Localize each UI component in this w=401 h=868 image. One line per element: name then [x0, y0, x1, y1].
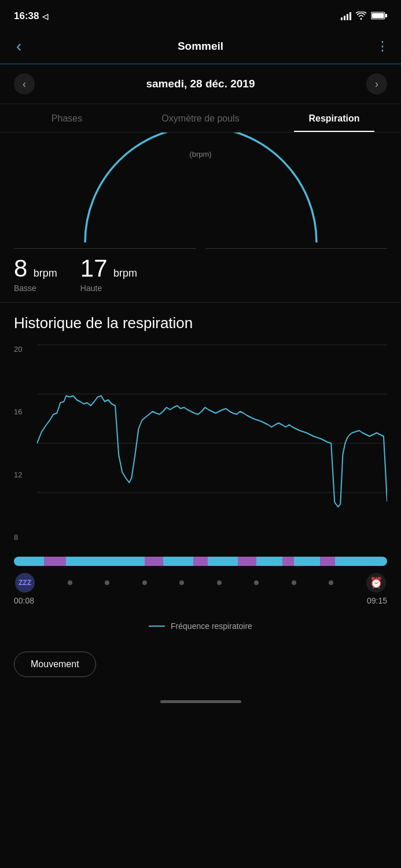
stat-high-unit: brpm: [113, 267, 137, 279]
y-label-12: 12: [14, 470, 22, 479]
timeline-bar: [14, 557, 387, 566]
y-label-16: 16: [14, 407, 22, 416]
battery-icon: [371, 12, 387, 21]
sleep-end-icon: ⏰: [366, 573, 386, 593]
svg-rect-1: [385, 14, 387, 17]
chart-container: 20 16 12 8: [0, 339, 401, 547]
chart-legend: Fréquence respiratoire: [0, 616, 401, 642]
legend-label: Fréquence respiratoire: [171, 621, 252, 631]
legend-line: [149, 626, 165, 627]
timeline-dot-8: [329, 580, 333, 585]
stat-low: 8 brpm Basse: [14, 255, 57, 293]
gauge-area: (brpm): [0, 133, 401, 248]
stat-low-value: 8: [14, 255, 27, 282]
y-label-20: 20: [14, 345, 22, 354]
timeline-dot-5: [217, 580, 222, 585]
tabs: Phases Oxymètre de pouls Respiration: [0, 104, 401, 133]
date-nav: ‹ samedi, 28 déc. 2019 ›: [0, 64, 401, 104]
respiration-chart: [37, 339, 387, 536]
stat-high-value: 17: [80, 255, 108, 282]
status-icons: [341, 12, 387, 21]
tab-phases[interactable]: Phases: [0, 104, 134, 132]
timeline-section: ZZZ ⏰ 00:08 09:15: [0, 547, 401, 616]
stat-high-label: Haute: [80, 284, 137, 293]
next-date-button[interactable]: ›: [366, 73, 387, 94]
timeline-dot-1: [68, 580, 72, 585]
timeline-dot-2: [105, 580, 109, 585]
time-label: 16:38: [14, 10, 39, 22]
timeline-dots: ZZZ ⏰: [14, 573, 387, 593]
tab-oxymetre[interactable]: Oxymètre de pouls: [134, 104, 267, 132]
prev-date-button[interactable]: ‹: [14, 73, 35, 94]
status-bar: 16:38 ◁: [0, 0, 401, 29]
stat-low-label: Basse: [14, 284, 57, 293]
prev-arrow-icon: ‹: [23, 78, 26, 90]
signal-icon: [341, 12, 351, 20]
status-time: 16:38 ◁: [14, 10, 48, 22]
bottom-section: Mouvement: [0, 642, 401, 694]
menu-button[interactable]: ⋮: [376, 39, 389, 54]
chart-section-title: Historique de la respiration: [0, 303, 401, 339]
movement-button[interactable]: Mouvement: [14, 652, 96, 677]
stats-row: 8 brpm Basse 17 brpm Haute: [0, 249, 401, 303]
timeline-start-time: 00:08: [14, 596, 34, 605]
location-icon: ◁: [42, 12, 48, 21]
svg-rect-2: [372, 13, 384, 18]
nav-title: Sommeil: [178, 40, 223, 53]
wifi-icon: [356, 12, 366, 21]
gauge-svg: [73, 133, 328, 242]
timeline-times: 00:08 09:15: [14, 596, 387, 605]
stat-low-unit: brpm: [34, 267, 57, 279]
home-indicator: [0, 694, 401, 715]
stat-high: 17 brpm Haute: [80, 255, 137, 293]
next-arrow-icon: ›: [375, 78, 378, 90]
home-bar: [160, 700, 241, 703]
nav-bar: ‹ Sommeil ⋮: [0, 29, 401, 64]
date-label: samedi, 28 déc. 2019: [146, 78, 255, 90]
timeline-dot-7: [292, 580, 296, 585]
timeline-dot-6: [254, 580, 259, 585]
timeline-dot-4: [179, 580, 184, 585]
timeline-end-time: 09:15: [367, 596, 387, 605]
y-label-8: 8: [14, 533, 22, 542]
timeline-dot-3: [142, 580, 147, 585]
tab-respiration[interactable]: Respiration: [267, 104, 401, 132]
back-button[interactable]: ‹: [12, 35, 26, 58]
sleep-start-icon: ZZZ: [15, 573, 35, 593]
